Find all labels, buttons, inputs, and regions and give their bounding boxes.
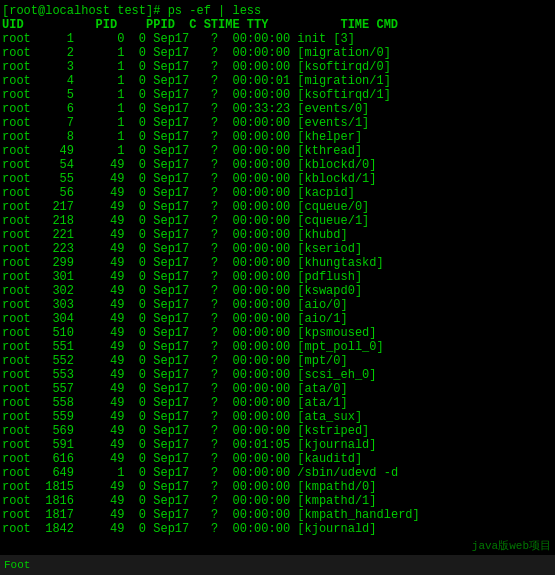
row-c: 0 — [124, 186, 146, 200]
row-cmd: [kswapd0] — [290, 284, 362, 298]
row-c: 0 — [124, 144, 146, 158]
row-tty: ? — [189, 438, 218, 452]
row-tty: ? — [189, 144, 218, 158]
row-uid: root — [2, 74, 31, 88]
row-time: 00:00:00 — [218, 228, 290, 242]
row-pid: 223 — [31, 242, 74, 256]
row-time: 00:00:00 — [218, 354, 290, 368]
bottom-bar: Foot — [0, 555, 555, 575]
row-ppid: 49 — [74, 326, 124, 340]
table-row: root 56 49 0 Sep17 ? 00:00:00 [kacpid] — [2, 186, 553, 200]
row-pid: 552 — [31, 354, 74, 368]
row-pid: 56 — [31, 186, 74, 200]
row-stime: Sep17 — [146, 452, 189, 466]
row-stime: Sep17 — [146, 480, 189, 494]
row-stime: Sep17 — [146, 32, 189, 46]
row-c: 0 — [124, 46, 146, 60]
row-c: 0 — [124, 452, 146, 466]
row-time: 00:00:00 — [218, 158, 290, 172]
row-tty: ? — [189, 298, 218, 312]
row-c: 0 — [124, 74, 146, 88]
row-stime: Sep17 — [146, 102, 189, 116]
row-tty: ? — [189, 32, 218, 46]
row-uid: root — [2, 354, 31, 368]
table-row: root 510 49 0 Sep17 ? 00:00:00 [kpsmouse… — [2, 326, 553, 340]
table-row: root 1815 49 0 Sep17 ? 00:00:00 [kmpathd… — [2, 480, 553, 494]
row-stime: Sep17 — [146, 494, 189, 508]
row-c: 0 — [124, 410, 146, 424]
row-tty: ? — [189, 382, 218, 396]
table-row: root 553 49 0 Sep17 ? 00:00:00 [scsi_eh_… — [2, 368, 553, 382]
row-c: 0 — [124, 116, 146, 130]
row-stime: Sep17 — [146, 172, 189, 186]
row-ppid: 49 — [74, 200, 124, 214]
table-row: root 5 1 0 Sep17 ? 00:00:00 [ksoftirqd/1… — [2, 88, 553, 102]
table-row: root 54 49 0 Sep17 ? 00:00:00 [kblockd/0… — [2, 158, 553, 172]
table-row: root 217 49 0 Sep17 ? 00:00:00 [cqueue/0… — [2, 200, 553, 214]
row-stime: Sep17 — [146, 354, 189, 368]
row-pid: 55 — [31, 172, 74, 186]
row-uid: root — [2, 368, 31, 382]
table-row: root 558 49 0 Sep17 ? 00:00:00 [ata/1] — [2, 396, 553, 410]
row-time: 00:00:00 — [218, 172, 290, 186]
row-pid: 3 — [31, 60, 74, 74]
row-uid: root — [2, 130, 31, 144]
row-time: 00:00:00 — [218, 32, 290, 46]
row-c: 0 — [124, 368, 146, 382]
row-pid: 302 — [31, 284, 74, 298]
row-pid: 5 — [31, 88, 74, 102]
row-stime: Sep17 — [146, 326, 189, 340]
row-time: 00:00:00 — [218, 494, 290, 508]
row-tty: ? — [189, 214, 218, 228]
row-uid: root — [2, 88, 31, 102]
row-stime: Sep17 — [146, 158, 189, 172]
row-stime: Sep17 — [146, 508, 189, 522]
row-cmd: [kseriod] — [290, 242, 362, 256]
table-row: root 1 0 0 Sep17 ? 00:00:00 init [3] — [2, 32, 553, 46]
table-row: root 2 1 0 Sep17 ? 00:00:00 [migration/0… — [2, 46, 553, 60]
row-uid: root — [2, 46, 31, 60]
table-row: root 299 49 0 Sep17 ? 00:00:00 [khungtas… — [2, 256, 553, 270]
table-row: root 552 49 0 Sep17 ? 00:00:00 [mpt/0] — [2, 354, 553, 368]
row-time: 00:00:00 — [218, 508, 290, 522]
row-cmd: [ksoftirqd/0] — [290, 60, 391, 74]
row-c: 0 — [124, 130, 146, 144]
row-pid: 616 — [31, 452, 74, 466]
row-stime: Sep17 — [146, 382, 189, 396]
table-row: root 4 1 0 Sep17 ? 00:00:01 [migration/1… — [2, 74, 553, 88]
row-cmd: [kauditd] — [290, 452, 362, 466]
row-ppid: 49 — [74, 424, 124, 438]
row-uid: root — [2, 256, 31, 270]
row-pid: 218 — [31, 214, 74, 228]
row-stime: Sep17 — [146, 214, 189, 228]
row-stime: Sep17 — [146, 116, 189, 130]
row-time: 00:00:00 — [218, 522, 290, 536]
row-uid: root — [2, 466, 31, 480]
row-ppid: 49 — [74, 508, 124, 522]
row-c: 0 — [124, 466, 146, 480]
row-tty: ? — [189, 256, 218, 270]
row-uid: root — [2, 242, 31, 256]
row-c: 0 — [124, 214, 146, 228]
table-row: root 616 49 0 Sep17 ? 00:00:00 [kauditd] — [2, 452, 553, 466]
table-row: root 1817 49 0 Sep17 ? 00:00:00 [kmpath_… — [2, 508, 553, 522]
row-time: 00:00:00 — [218, 60, 290, 74]
row-ppid: 49 — [74, 284, 124, 298]
row-uid: root — [2, 382, 31, 396]
row-cmd: [kpsmoused] — [290, 326, 376, 340]
row-uid: root — [2, 410, 31, 424]
row-uid: root — [2, 298, 31, 312]
row-c: 0 — [124, 88, 146, 102]
row-time: 00:00:00 — [218, 368, 290, 382]
row-cmd: [mpt_poll_0] — [290, 340, 384, 354]
row-uid: root — [2, 480, 31, 494]
row-tty: ? — [189, 368, 218, 382]
row-pid: 7 — [31, 116, 74, 130]
row-time: 00:00:00 — [218, 312, 290, 326]
row-ppid: 49 — [74, 452, 124, 466]
row-cmd: [kjournald] — [290, 438, 376, 452]
row-stime: Sep17 — [146, 424, 189, 438]
row-time: 00:00:00 — [218, 214, 290, 228]
row-c: 0 — [124, 284, 146, 298]
table-row: root 649 1 0 Sep17 ? 00:00:00 /sbin/udev… — [2, 466, 553, 480]
